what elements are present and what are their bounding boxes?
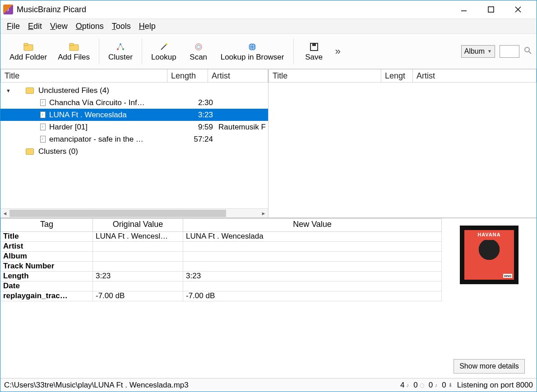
status-count-download: 0⬇ bbox=[442, 381, 452, 390]
folder-icon bbox=[26, 148, 34, 155]
meta-new bbox=[183, 242, 442, 251]
svg-rect-21 bbox=[312, 43, 316, 46]
metadata-row[interactable]: Length3:233:23 bbox=[0, 272, 442, 281]
menu-tools[interactable]: Tools bbox=[112, 22, 131, 31]
scroll-right-icon[interactable]: ► bbox=[259, 211, 268, 216]
meta-tag: Title bbox=[0, 232, 93, 241]
mcol-original[interactable]: Original Value bbox=[93, 218, 183, 232]
albumart-title: HAVANA bbox=[477, 232, 500, 237]
right-pane: Title Lengt Artist bbox=[268, 69, 537, 217]
svg-line-12 bbox=[120, 44, 123, 49]
lookup-browser-label: Lookup in Browser bbox=[221, 53, 284, 62]
file-icon bbox=[40, 136, 46, 143]
svg-rect-1 bbox=[488, 7, 494, 12]
lookup-button[interactable]: Lookup bbox=[147, 39, 181, 64]
metadata-row[interactable]: Album bbox=[0, 252, 442, 262]
left-column-headers: Title Length Artist bbox=[0, 69, 268, 83]
mcol-new[interactable]: New Value bbox=[183, 218, 442, 232]
app-icon: ♪ bbox=[3, 5, 13, 14]
group-label: Clusters (0) bbox=[38, 147, 268, 156]
meta-tag: Album bbox=[0, 252, 93, 261]
scroll-left-icon[interactable]: ◄ bbox=[0, 211, 9, 216]
albumart-image bbox=[476, 240, 503, 272]
save-button[interactable]: Save bbox=[298, 39, 330, 64]
add-files-label: Add Files bbox=[58, 53, 90, 62]
folder-icon bbox=[23, 41, 33, 53]
col-artist[interactable]: Artist bbox=[413, 69, 537, 83]
menu-options[interactable]: Options bbox=[76, 22, 104, 31]
clusters-group[interactable]: Clusters (0) bbox=[0, 145, 268, 157]
globe-icon bbox=[248, 41, 257, 53]
albumart[interactable]: HAVANA vevo bbox=[460, 226, 518, 284]
svg-point-16 bbox=[197, 45, 200, 49]
col-title[interactable]: Title bbox=[0, 69, 167, 83]
col-length[interactable]: Length bbox=[167, 69, 208, 83]
file-length: 57:24 bbox=[182, 135, 218, 144]
search-icon[interactable] bbox=[524, 46, 532, 56]
search-type-combo[interactable]: Album ▼ bbox=[461, 45, 495, 58]
file-icon bbox=[40, 99, 46, 106]
svg-line-13 bbox=[161, 44, 167, 50]
file-row[interactable]: emancipator - safe in the …57:24 bbox=[0, 133, 268, 145]
toolbar-overflow[interactable]: » bbox=[332, 46, 344, 57]
music-icon: ♪ bbox=[435, 382, 437, 388]
scan-button[interactable]: Scan bbox=[183, 39, 214, 64]
save-icon bbox=[310, 41, 319, 53]
expand-icon[interactable]: ▼ bbox=[6, 88, 13, 93]
metadata-row[interactable]: Date bbox=[0, 281, 442, 291]
search-input[interactable] bbox=[500, 45, 519, 58]
minimize-button[interactable] bbox=[457, 3, 471, 16]
col-artist[interactable]: Artist bbox=[208, 69, 268, 83]
meta-tag: Length bbox=[0, 272, 93, 281]
metadata-row[interactable]: Artist bbox=[0, 242, 442, 252]
status-count-files: 4♪ bbox=[400, 381, 409, 390]
metadata-row[interactable]: TitleLUNA Ft . Wencesl…LUNA Ft . Wencesl… bbox=[0, 232, 442, 242]
status-count-cd: 0◌ bbox=[413, 381, 424, 390]
meta-tag: Track Number bbox=[0, 262, 93, 271]
menu-view[interactable]: View bbox=[50, 22, 68, 31]
col-length[interactable]: Lengt bbox=[381, 69, 413, 83]
split-panes: Title Length Artist ▼ Unclustered Files … bbox=[0, 69, 537, 218]
maximize-button[interactable] bbox=[484, 3, 498, 16]
svg-line-23 bbox=[529, 51, 531, 54]
statusbar: C:\Users\33tre\Music\play\LUNA Ft . Wenc… bbox=[0, 378, 537, 392]
file-icon bbox=[40, 111, 46, 118]
file-tree[interactable]: ▼ Unclustered Files (4) Chancha Vía Circ… bbox=[0, 83, 268, 208]
add-files-button[interactable]: Add Files bbox=[53, 39, 94, 64]
cluster-button[interactable]: Cluster bbox=[104, 39, 137, 64]
album-tree[interactable] bbox=[268, 83, 537, 217]
file-length: 3:23 bbox=[182, 111, 218, 120]
lookup-browser-button[interactable]: Lookup in Browser bbox=[216, 39, 289, 64]
close-button[interactable] bbox=[511, 3, 525, 16]
meta-original bbox=[93, 242, 183, 251]
add-folder-label: Add Folder bbox=[9, 53, 47, 62]
svg-rect-7 bbox=[69, 43, 74, 46]
file-row[interactable]: Chancha Vía Circuito - Inf…2:30 bbox=[0, 97, 268, 109]
unclustered-group[interactable]: ▼ Unclustered Files (4) bbox=[0, 84, 268, 97]
add-folder-button[interactable]: Add Folder bbox=[5, 39, 51, 64]
albumart-panel: HAVANA vevo Show more details bbox=[442, 218, 537, 378]
show-details-button[interactable]: Show more details bbox=[454, 359, 525, 374]
folder-icon bbox=[69, 41, 79, 53]
left-pane: Title Length Artist ▼ Unclustered Files … bbox=[0, 69, 268, 217]
right-column-headers: Title Lengt Artist bbox=[268, 69, 537, 83]
menu-help[interactable]: Help bbox=[139, 22, 156, 31]
meta-new: 3:23 bbox=[183, 272, 442, 281]
menu-edit[interactable]: Edit bbox=[28, 22, 42, 31]
save-label: Save bbox=[305, 53, 323, 62]
metadata-row[interactable]: Track Number bbox=[0, 262, 442, 272]
metadata-headers: Tag Original Value New Value bbox=[0, 218, 442, 232]
file-row[interactable]: Harder [01]9:59Rautemusik F bbox=[0, 121, 268, 133]
metadata-row[interactable]: replaygain_trac…-7.00 dB-7.00 dB bbox=[0, 291, 442, 301]
folder-icon bbox=[26, 88, 34, 94]
col-title[interactable]: Title bbox=[268, 69, 381, 83]
left-scrollbar[interactable]: ◄ ► bbox=[0, 208, 268, 217]
menu-file[interactable]: File bbox=[7, 22, 20, 31]
meta-original bbox=[93, 262, 183, 271]
metadata-panel: Tag Original Value New Value TitleLUNA F… bbox=[0, 218, 537, 378]
meta-tag: Date bbox=[0, 281, 93, 291]
svg-point-22 bbox=[525, 47, 529, 52]
wand-icon bbox=[159, 41, 168, 53]
file-row[interactable]: LUNA Ft . Wenceslada3:23 bbox=[0, 109, 268, 121]
mcol-tag[interactable]: Tag bbox=[0, 218, 93, 232]
